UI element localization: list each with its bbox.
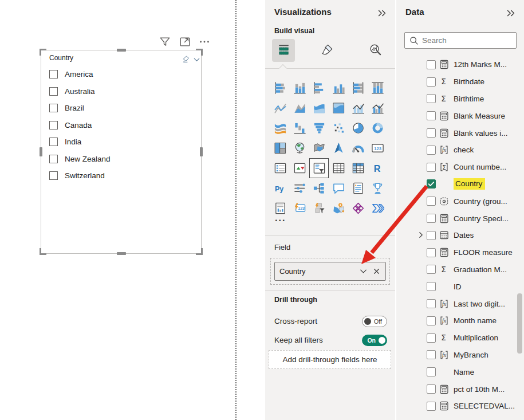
visual-type-decomposition-tree-icon[interactable] xyxy=(309,178,329,198)
field-floor-measure[interactable]: FLOOR measure xyxy=(396,244,524,261)
visual-type-waterfall-chart-icon[interactable] xyxy=(290,118,309,138)
field-checkbox[interactable] xyxy=(427,282,436,291)
field-name[interactable]: Name xyxy=(396,363,524,380)
visual-type-funnel-chart-icon[interactable] xyxy=(309,118,329,138)
visual-type-stacked-bar-chart-icon[interactable] xyxy=(270,78,290,98)
eraser-icon[interactable] xyxy=(182,55,190,64)
visual-type-slicer-new-icon[interactable] xyxy=(309,198,329,218)
field-checkbox[interactable] xyxy=(427,367,436,376)
field-checkbox[interactable] xyxy=(427,265,436,274)
visual-type-arcgis-map-icon[interactable] xyxy=(329,198,348,218)
visual-type-gauge-icon[interactable] xyxy=(348,138,368,158)
field-checkbox[interactable] xyxy=(427,214,436,223)
field-checkbox[interactable] xyxy=(427,94,436,103)
visual-type-key-influencers-icon[interactable] xyxy=(290,178,309,198)
checkbox-icon[interactable] xyxy=(49,70,58,78)
tab-analytics[interactable] xyxy=(364,39,387,62)
slicer-item-brazil[interactable]: Brazil xyxy=(49,100,198,117)
field-checkbox[interactable] xyxy=(427,231,436,240)
visual-type-treemap-icon[interactable] xyxy=(270,138,290,158)
visual-type-azure-map-icon[interactable] xyxy=(329,138,348,158)
field-checkbox[interactable] xyxy=(427,60,436,69)
field-checkbox[interactable] xyxy=(427,146,436,155)
field-country[interactable]: Country xyxy=(396,176,524,193)
field-checkbox[interactable] xyxy=(427,333,436,343)
field-multiplication[interactable]: ΣMultiplication xyxy=(396,329,524,347)
field-checkbox[interactable] xyxy=(427,197,436,206)
slicer-item-america[interactable]: America xyxy=(49,66,198,83)
visual-type-line-chart-icon[interactable] xyxy=(270,98,290,118)
visual-type-multi-row-card-icon[interactable] xyxy=(270,158,290,178)
visual-type-r-script-icon[interactable]: R xyxy=(368,158,387,178)
resize-handle[interactable] xyxy=(40,248,46,255)
checkbox-icon[interactable] xyxy=(49,87,58,96)
field-checkbox[interactable] xyxy=(427,77,436,87)
visual-type-clustered-bar-chart-icon[interactable] xyxy=(309,78,329,98)
collapse-pane-icon[interactable] xyxy=(377,8,387,18)
field-country-speci[interactable]: Country Speci... xyxy=(396,210,524,227)
scrollbar-thumb[interactable] xyxy=(517,293,522,354)
field-check[interactable]: fxcheck xyxy=(396,142,524,159)
filter-icon[interactable] xyxy=(159,36,171,48)
checkbox-icon[interactable] xyxy=(49,171,58,180)
slicer-item-canada[interactable]: Canada xyxy=(49,117,198,134)
field-birthtime[interactable]: ΣBirthtime xyxy=(396,91,524,108)
field-dates[interactable]: Dates xyxy=(396,227,524,244)
visual-type-kpi-icon[interactable] xyxy=(290,158,309,178)
more-options-icon[interactable] xyxy=(198,36,211,48)
search-input[interactable] xyxy=(422,36,502,45)
visual-type-line-stacked-column-icon[interactable] xyxy=(348,98,368,118)
field-last-two-digit[interactable]: fxLast two digit... xyxy=(396,295,524,312)
checkbox-icon[interactable] xyxy=(49,155,58,163)
field-month-name[interactable]: fxMonth name xyxy=(396,312,524,329)
visual-type-line-clustered-column-icon[interactable] xyxy=(368,98,387,118)
field-checkbox[interactable] xyxy=(427,299,436,308)
field-blank-values-i[interactable]: Blank values i... xyxy=(396,124,524,142)
visual-type-stacked-column-100-icon[interactable] xyxy=(368,78,387,98)
checkbox-icon[interactable] xyxy=(49,121,58,129)
visual-type-area-chart-icon[interactable] xyxy=(290,98,309,118)
slicer-item-switzerland[interactable]: Switzerland xyxy=(49,167,198,185)
visual-type-power-apps-icon[interactable] xyxy=(348,198,368,218)
resize-handle[interactable] xyxy=(117,49,126,52)
focus-mode-icon[interactable] xyxy=(179,36,191,48)
field-pct-of-10th-m[interactable]: pct of 10th M... xyxy=(396,380,524,398)
field-12th-marks-m[interactable]: 12th Marks M... xyxy=(396,56,524,73)
field-checkbox[interactable] xyxy=(427,316,436,325)
field-checkbox[interactable] xyxy=(427,402,436,411)
visual-type-stacked-bar-100-icon[interactable] xyxy=(348,78,368,98)
checkbox-icon[interactable] xyxy=(49,104,58,112)
visual-type-qna-icon[interactable] xyxy=(329,178,348,198)
field-well[interactable]: Country xyxy=(270,258,390,285)
resize-handle[interactable] xyxy=(40,147,42,156)
visual-type-card-new-icon[interactable]: 123 xyxy=(290,198,309,218)
field-country-grou[interactable]: Country (grou... xyxy=(396,193,524,210)
slicer-item-india[interactable]: India xyxy=(49,134,198,151)
checkbox-icon[interactable] xyxy=(49,138,58,146)
field-checkbox[interactable] xyxy=(427,384,436,394)
visual-type-smart-narrative-icon[interactable] xyxy=(348,178,368,198)
tab-format-visual[interactable] xyxy=(316,39,338,62)
visual-type-matrix-icon[interactable] xyxy=(348,158,368,178)
resize-handle[interactable] xyxy=(40,49,46,56)
visual-type-filled-map-icon[interactable] xyxy=(309,138,329,158)
visual-type-metrics-icon[interactable] xyxy=(368,178,387,198)
drill-through-dropzone[interactable]: Add drill-through fields here xyxy=(269,350,391,369)
field-selectedval[interactable]: SELECTEDVAL... xyxy=(396,398,524,415)
tab-build-visual[interactable] xyxy=(272,39,295,62)
visual-type-ribbon-chart-icon[interactable] xyxy=(270,118,290,138)
field-checkbox[interactable] xyxy=(427,128,436,138)
slicer-visual[interactable]: Country AmericaAustraliaBrazilCanadaIndi… xyxy=(41,50,202,254)
visual-type-donut-chart-icon[interactable] xyxy=(368,118,387,138)
resize-handle[interactable] xyxy=(117,252,126,255)
visual-type-clustered-column-chart-icon[interactable] xyxy=(329,78,348,98)
field-blank-measure[interactable]: Blank Measure xyxy=(396,107,524,124)
slicer-item-australia[interactable]: Australia xyxy=(49,83,198,100)
toggle-off[interactable]: Off xyxy=(362,316,387,327)
get-more-visuals-button[interactable]: ... xyxy=(275,213,286,223)
chevron-down-icon[interactable] xyxy=(359,267,368,276)
visual-type-power-automate-icon[interactable] xyxy=(368,198,387,218)
resize-handle[interactable] xyxy=(196,49,203,56)
search-box[interactable] xyxy=(404,32,517,49)
resize-handle[interactable] xyxy=(196,248,203,255)
